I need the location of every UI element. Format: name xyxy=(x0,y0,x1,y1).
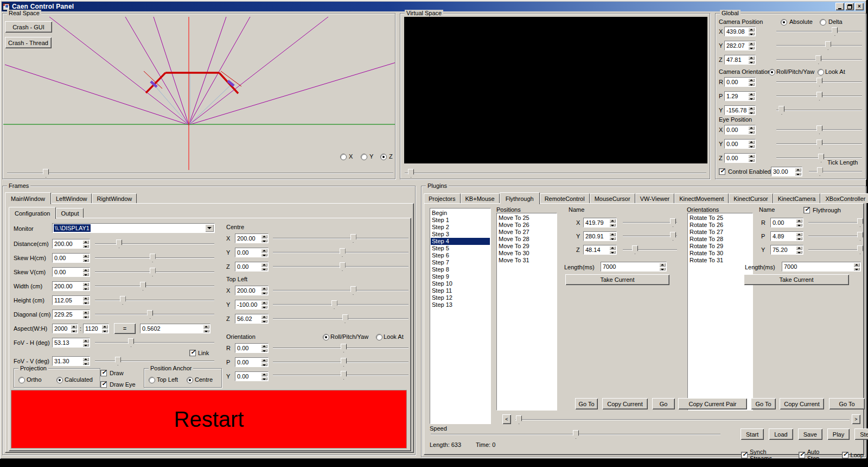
slider-thumb[interactable] xyxy=(815,55,821,64)
orientation-p-slider[interactable] xyxy=(273,362,409,363)
spinner-buttons[interactable] xyxy=(82,254,90,262)
checkbox-icon[interactable] xyxy=(842,452,848,458)
orientation-list-item[interactable]: Rotate To 29 xyxy=(688,243,752,250)
centre-z-field[interactable]: 0.00 xyxy=(235,262,269,272)
spinner-buttons[interactable] xyxy=(748,27,755,36)
slider-thumb[interactable] xyxy=(816,125,822,134)
check-item[interactable]: Loop xyxy=(842,449,864,462)
spinner-buttons[interactable] xyxy=(82,338,90,347)
restore-button[interactable] xyxy=(845,3,854,10)
diagonal-slider[interactable] xyxy=(95,314,214,315)
pos-go-to-button[interactable]: Go To xyxy=(575,398,598,409)
plugin-tab[interactable]: KinectCamera xyxy=(773,193,821,203)
close-button[interactable]: × xyxy=(855,3,864,10)
distance-field[interactable]: 200.00 xyxy=(52,239,90,249)
orientation-list-item[interactable]: Rotate To 27 xyxy=(688,229,752,236)
fov-v-slider[interactable] xyxy=(95,361,214,362)
axis-x-radio[interactable] xyxy=(340,154,347,160)
draw-checkbox[interactable] xyxy=(100,370,107,376)
ori-y-slider[interactable] xyxy=(808,249,861,250)
plugin-tab[interactable]: XBoxController xyxy=(820,193,868,203)
flythrough-checkbox[interactable] xyxy=(803,207,810,213)
copy-current-pair-button[interactable]: Copy Current Pair xyxy=(678,398,747,409)
orientation-list-item[interactable]: Rotate To 25 xyxy=(688,214,752,222)
centre-y-field[interactable]: 0.00 xyxy=(235,248,269,257)
height-slider[interactable] xyxy=(95,300,214,301)
ori-r-slider[interactable] xyxy=(808,222,861,223)
centre-y-slider[interactable] xyxy=(273,252,409,253)
cam-pos-x-field[interactable]: 439.08 xyxy=(724,27,756,36)
transport-button[interactable]: Step xyxy=(854,428,868,440)
slider-thumb[interactable] xyxy=(140,282,146,291)
spinner-buttons[interactable] xyxy=(748,154,755,162)
orientation-y-slider[interactable] xyxy=(273,375,409,376)
step-next-button[interactable]: > xyxy=(852,414,860,424)
spinner-buttons[interactable] xyxy=(260,300,268,309)
orientation-list-item[interactable]: Rotate To 30 xyxy=(688,250,752,257)
plugin-tab[interactable]: VW-Viewer xyxy=(635,193,675,203)
spinner-buttons[interactable] xyxy=(260,262,268,271)
eye-z-field[interactable]: 0.00 xyxy=(724,153,756,163)
slider-thumb[interactable] xyxy=(150,254,156,262)
spinner-buttons[interactable] xyxy=(795,232,803,241)
real-space-slider[interactable] xyxy=(7,173,393,174)
pos-x-field[interactable]: 419.79 xyxy=(583,218,617,228)
pos-z-field[interactable]: 48.14 xyxy=(583,245,617,255)
width-slider[interactable] xyxy=(95,286,214,287)
aspect-h-field[interactable]: 1120 xyxy=(83,324,109,333)
check-item[interactable]: Auto Step xyxy=(799,449,833,462)
pos-z-slider[interactable] xyxy=(623,249,677,250)
skew-h-slider[interactable] xyxy=(95,257,214,258)
spinner-buttons[interactable] xyxy=(82,357,90,365)
cam-pos-z-slider[interactable] xyxy=(776,59,862,60)
slider-thumb[interactable] xyxy=(832,27,838,36)
slider-thumb[interactable] xyxy=(116,239,122,248)
tick-length-slider[interactable] xyxy=(809,171,862,172)
eye-y-field[interactable]: 0.00 xyxy=(724,139,756,149)
slider-thumb[interactable] xyxy=(341,344,347,352)
aspect-w-field[interactable]: 2000 xyxy=(52,324,78,333)
spinner-buttons[interactable] xyxy=(794,167,802,176)
ortho-radio[interactable] xyxy=(18,377,25,383)
absolute-radio[interactable] xyxy=(781,19,787,26)
config-tab[interactable]: Configuration xyxy=(9,207,56,219)
cam-ori-p-field[interactable]: 1.29 xyxy=(724,91,756,101)
plugin-tab[interactable]: MouseCursor xyxy=(590,193,635,203)
width-field[interactable]: 200.00 xyxy=(52,281,90,291)
spinner-buttons[interactable] xyxy=(260,358,268,367)
chevron-down-icon[interactable] xyxy=(205,224,214,232)
orientation-list-item[interactable]: Rotate To 28 xyxy=(688,236,752,243)
diagonal-field[interactable]: 229.25 xyxy=(52,310,90,319)
spinner-buttons[interactable] xyxy=(82,282,90,291)
plugin-tab[interactable]: KB+Mouse xyxy=(461,193,500,203)
position-list-item[interactable]: Move To 26 xyxy=(497,222,556,229)
spinner-buttons[interactable] xyxy=(748,92,755,100)
step-scrollbar[interactable] xyxy=(515,419,850,420)
spinner-buttons[interactable] xyxy=(202,324,210,333)
spinner-buttons[interactable] xyxy=(82,310,90,319)
ori-copy-current-button[interactable]: Copy Current xyxy=(780,398,824,409)
eye-x-slider[interactable] xyxy=(776,129,862,130)
spinner-buttons[interactable] xyxy=(82,296,90,305)
lookat-radio[interactable] xyxy=(818,69,824,75)
step-list-item[interactable]: Step 6 xyxy=(431,252,490,259)
top-left-z-slider[interactable] xyxy=(273,318,409,319)
slider-thumb[interactable] xyxy=(350,286,356,295)
step-list-item[interactable]: Step 4 xyxy=(431,238,490,245)
spinner-buttons[interactable] xyxy=(748,140,755,148)
frames-tab[interactable]: LeftWindow xyxy=(51,193,92,203)
ori-r-field[interactable]: 0.00 xyxy=(770,218,803,228)
spinner-buttons[interactable] xyxy=(748,55,755,64)
frame-lookat-radio[interactable] xyxy=(376,334,382,340)
go-button[interactable]: Go xyxy=(652,398,675,409)
step-list-item[interactable]: Step 2 xyxy=(431,224,490,231)
slider-thumb[interactable] xyxy=(120,296,126,305)
slider-thumb[interactable] xyxy=(857,218,863,227)
cam-ori-r-slider[interactable] xyxy=(776,81,862,83)
slider-thumb[interactable] xyxy=(350,234,356,243)
spinner-buttons[interactable] xyxy=(609,245,616,254)
pair-go-to-button[interactable]: Go To xyxy=(829,398,865,409)
transport-button[interactable]: Play xyxy=(827,428,850,440)
spinner-buttons[interactable] xyxy=(70,324,78,333)
position-list-item[interactable]: Move To 31 xyxy=(497,257,556,264)
